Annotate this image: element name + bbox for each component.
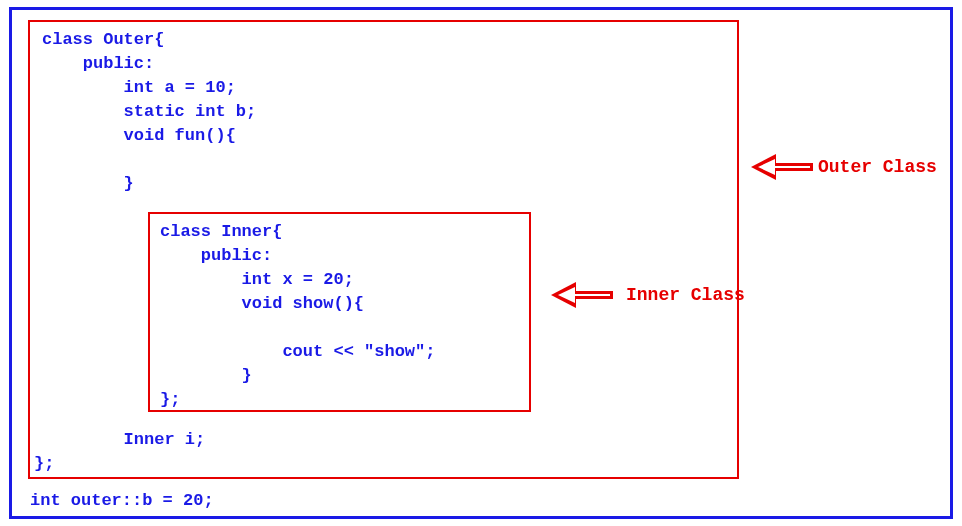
code-line-5: void fun(){ xyxy=(42,126,236,145)
code-line-9: public: xyxy=(160,246,272,265)
code-line-12: cout << "show"; xyxy=(160,342,435,361)
code-line-1: class Outer{ xyxy=(42,30,164,49)
arrow-shaft xyxy=(775,163,811,171)
code-line-15: Inner i; xyxy=(42,430,205,449)
main-frame: class Outer{ public: int a = 10; static … xyxy=(9,7,953,519)
code-line-16: }; xyxy=(34,454,54,473)
arrow-cap xyxy=(810,163,813,171)
arrow-left-icon-fill xyxy=(558,287,575,303)
code-line-13: } xyxy=(160,366,252,385)
outer-class-label: Outer Class xyxy=(818,157,937,177)
inner-class-label: Inner Class xyxy=(626,285,745,305)
arrow-shaft xyxy=(575,291,611,299)
code-line-17: int outer::b = 20; xyxy=(30,491,214,510)
code-line-8: class Inner{ xyxy=(160,222,282,241)
code-line-7: } xyxy=(42,174,134,193)
code-line-4: static int b; xyxy=(42,102,256,121)
arrow-left-icon-fill xyxy=(758,159,775,175)
code-line-2: public: xyxy=(42,54,154,73)
code-line-10: int x = 20; xyxy=(160,270,354,289)
arrow-cap xyxy=(610,291,613,299)
code-line-11: void show(){ xyxy=(160,294,364,313)
code-line-14: }; xyxy=(160,390,180,409)
code-line-3: int a = 10; xyxy=(42,78,236,97)
